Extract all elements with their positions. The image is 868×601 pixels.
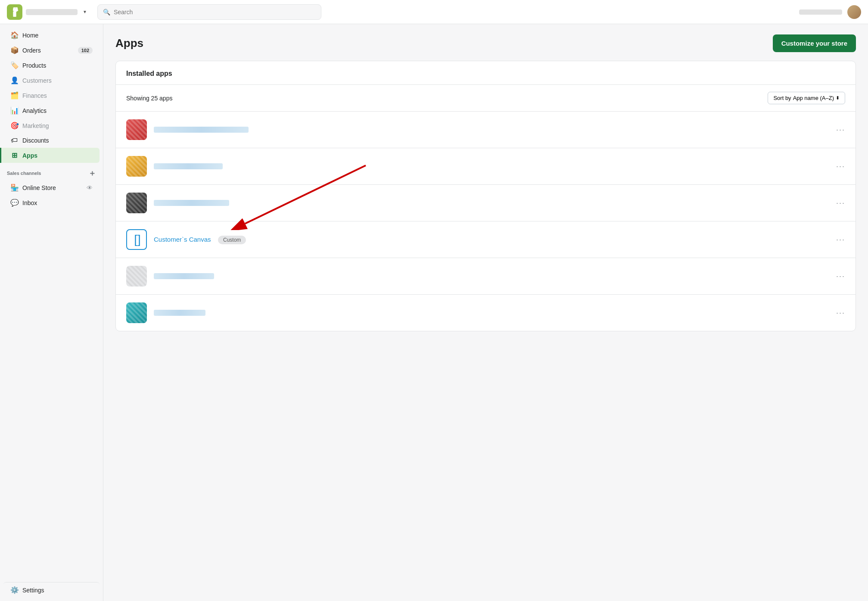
layout: 🏠 Home 📦 Orders 102 🏷️ Products 👤 Custom… [0, 24, 868, 601]
sidebar: 🏠 Home 📦 Orders 102 🏷️ Products 👤 Custom… [0, 24, 103, 601]
app-row-2: ··· [116, 148, 856, 185]
svg-rect-0 [13, 11, 16, 17]
dropdown-arrow-icon[interactable]: ▼ [83, 9, 87, 14]
logo-area[interactable]: ▼ [7, 4, 87, 20]
sidebar-item-finances[interactable]: 🗂️ Finances [3, 88, 100, 103]
products-icon: 🏷️ [10, 61, 18, 69]
app-icon-5 [126, 266, 147, 286]
search-input[interactable] [114, 9, 316, 16]
sales-channels-label: Sales channels [7, 171, 41, 176]
app-more-menu-2[interactable]: ··· [836, 162, 845, 171]
sidebar-item-orders[interactable]: 📦 Orders 102 [3, 43, 100, 58]
app-info-2 [154, 163, 829, 169]
app-info-canvas: Customer`s Canvas Custom [154, 236, 829, 243]
app-name-blurred-6 [154, 310, 205, 316]
app-more-menu-5[interactable]: ··· [836, 272, 845, 281]
avatar[interactable] [847, 5, 861, 19]
app-info-5 [154, 273, 829, 279]
app-row-5: ··· [116, 258, 856, 295]
inbox-icon: 💬 [10, 199, 18, 207]
app-info-1 [154, 127, 829, 133]
app-row-6: ··· [116, 295, 856, 331]
finances-icon: 🗂️ [10, 91, 18, 100]
app-more-menu-canvas[interactable]: ··· [836, 235, 845, 244]
add-sales-channel-icon[interactable]: ＋ [88, 168, 96, 178]
app-name-blurred-1 [154, 127, 249, 133]
app-more-menu-6[interactable]: ··· [836, 308, 845, 318]
page-header: Apps Customize your store [115, 34, 856, 52]
sidebar-item-label: Finances [22, 92, 47, 99]
sidebar-item-label: Products [22, 62, 46, 69]
orders-icon: 📦 [10, 46, 18, 54]
app-name-blurred-2 [154, 163, 223, 169]
online-store-icon: 🏪 [10, 184, 18, 192]
analytics-icon: 📊 [10, 106, 18, 115]
apps-count: Showing 25 apps [126, 95, 172, 102]
sidebar-item-products[interactable]: 🏷️ Products [3, 58, 100, 73]
sort-chevron-icon: ⬍ [836, 95, 840, 101]
app-icon-6 [126, 302, 147, 323]
sidebar-item-label: Apps [22, 152, 37, 159]
app-icon-3 [126, 193, 147, 213]
app-name-blurred-5 [154, 273, 214, 279]
sort-dropdown[interactable]: Sort by App name (A–Z) ⬍ [768, 92, 845, 104]
app-icon-1 [126, 119, 147, 140]
discounts-icon: 🏷 [10, 137, 18, 144]
app-icon-canvas: [ ] [126, 229, 147, 250]
customers-icon: 👤 [10, 76, 18, 84]
eye-icon[interactable]: 👁 [87, 184, 93, 191]
store-name [26, 9, 78, 15]
sidebar-item-apps[interactable]: ⊞ Apps [0, 148, 100, 163]
sidebar-item-label: Inbox [22, 199, 37, 206]
search-icon: 🔍 [103, 9, 110, 16]
sort-value: App name (A–Z) [793, 95, 834, 101]
sidebar-item-inbox[interactable]: 💬 Inbox [3, 195, 100, 210]
topbar: ▼ 🔍 [0, 0, 868, 24]
sidebar-item-label: Online Store [22, 184, 56, 191]
customize-store-button[interactable]: Customize your store [773, 34, 856, 52]
app-icon-2 [126, 156, 147, 177]
sort-label: Sort by [773, 95, 791, 101]
sidebar-item-label: Analytics [22, 107, 47, 114]
app-row-3: ··· [116, 185, 856, 221]
sidebar-item-online-store[interactable]: 🏪 Online Store 👁 [3, 180, 100, 195]
sidebar-item-home[interactable]: 🏠 Home [3, 28, 100, 43]
page-title: Apps [115, 37, 143, 50]
custom-badge: Custom [218, 236, 246, 244]
search-bar[interactable]: 🔍 [97, 4, 321, 20]
app-info-6 [154, 310, 829, 316]
sidebar-item-label: Orders [22, 47, 41, 54]
sidebar-item-label: Marketing [22, 122, 49, 129]
marketing-icon: 🎯 [10, 121, 18, 130]
apps-icon: ⊞ [10, 151, 18, 159]
topbar-right [799, 5, 861, 19]
sidebar-item-settings[interactable]: ⚙️ Settings [3, 582, 100, 598]
sidebar-item-label: Discounts [22, 137, 49, 144]
settings-icon: ⚙️ [10, 586, 18, 594]
sidebar-item-label: Customers [22, 77, 52, 84]
settings-label: Settings [22, 587, 44, 594]
canvas-bracket-icon: [ ] [134, 233, 139, 246]
installed-apps-title: Installed apps [126, 70, 172, 77]
shopify-logo [7, 4, 22, 20]
app-more-menu-3[interactable]: ··· [836, 199, 845, 208]
apps-count-row: Showing 25 apps Sort by App name (A–Z) ⬍ [116, 85, 856, 112]
sales-channels-section: Sales channels ＋ [0, 163, 103, 180]
sidebar-item-analytics[interactable]: 📊 Analytics [3, 103, 100, 118]
app-row-1: ··· [116, 112, 856, 148]
home-icon: 🏠 [10, 31, 18, 39]
app-name-blurred-3 [154, 200, 229, 206]
apps-card: Installed apps Showing 25 apps Sort by A… [115, 61, 856, 331]
sidebar-item-customers[interactable]: 👤 Customers [3, 73, 100, 88]
sidebar-item-marketing[interactable]: 🎯 Marketing [3, 118, 100, 133]
installed-apps-header: Installed apps [116, 61, 856, 85]
app-info-3 [154, 200, 829, 206]
user-name-blurred [799, 9, 842, 15]
orders-badge: 102 [78, 47, 93, 54]
shopify-bag-icon [10, 7, 19, 17]
sidebar-item-label: Home [22, 32, 38, 39]
app-row-canvas: [ ] Customer`s Canvas Custom ··· [116, 221, 856, 258]
sidebar-item-discounts[interactable]: 🏷 Discounts [3, 133, 100, 148]
app-more-menu-1[interactable]: ··· [836, 125, 845, 134]
app-name-canvas[interactable]: Customer`s Canvas [154, 236, 211, 243]
